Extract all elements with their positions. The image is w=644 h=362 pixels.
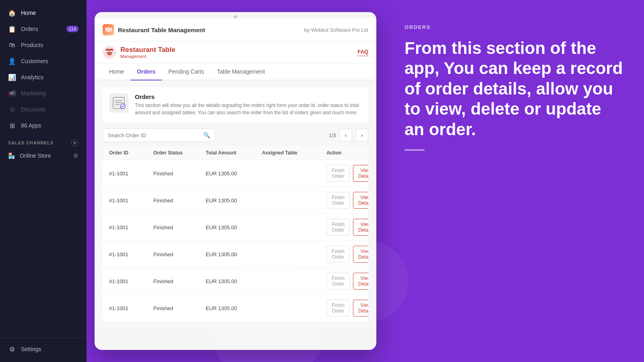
search-box[interactable]: 🔍 [103,128,215,142]
sidebar: 🏠 Home 📋 Orders 114 🛍 Products 👤 Custome… [0,0,87,362]
app-sub-header: Restaurant Table Management FAQ [95,41,376,64]
col-order-status: Order Status [153,150,206,156]
nav-table-management[interactable]: Table Management [211,64,271,80]
cell-amount: EUR 1305.00 [206,224,262,230]
settings-label: Settings [21,346,41,352]
cell-order-id: #1-1001 [109,197,153,204]
customers-icon: 👤 [8,57,16,65]
sales-channels-label: SALES CHANNELS [8,140,54,145]
sidebar-item-label: Discounts [21,106,45,113]
search-icon: 🔍 [203,132,210,138]
cell-action: Finish Order View Details › [326,219,368,236]
table-row: #1-1001 Finished EUR 1305.00 Finish Orde… [103,160,368,187]
sales-channels-section: SALES CHANNELS + [0,134,87,149]
finish-order-button[interactable]: Finish Order [326,192,350,209]
cell-status: Finished [153,278,206,284]
view-details-button[interactable]: View Details › [353,219,368,236]
cell-order-id: #1-1001 [109,305,153,311]
brand-name: Restaurant Table [120,46,175,54]
pagination-controls: 1/3 ‹ › [329,129,368,142]
card-header-left: 🍽 Restaurant Table Management [103,24,205,35]
sidebar-item-label: 86 Apps [21,122,41,129]
right-panel-title: From this section of the app, You can ke… [405,38,624,140]
cell-action: Finish Order View Details › [326,165,368,182]
sidebar-item-label: Home [21,10,36,16]
brand-icon [103,45,116,59]
app-nav: Home Orders Pending Carts Table Manageme… [95,64,376,80]
brand-sub: Management [120,54,175,59]
orders-section-title: Orders [135,93,362,100]
discounts-icon: ⊘ [8,105,16,113]
col-total-amount: Total Amount [206,150,262,156]
cell-status: Finished [153,224,206,230]
settings-icon: ⚙ [8,345,16,353]
table-row: #1-1001 Finished EUR 1305.00 Finish Orde… [103,214,368,241]
nav-pending-carts[interactable]: Pending Carts [162,64,211,80]
sidebar-item-home[interactable]: 🏠 Home [0,5,87,21]
main-area: 🍽 Restaurant Table Management by Webkul … [87,0,384,362]
nav-home[interactable]: Home [103,64,130,80]
sidebar-item-settings[interactable]: ⚙ Settings [0,341,87,357]
app-icon: 🍽 [103,24,114,35]
orders-icon: 📋 [8,25,16,33]
add-sales-channel-button[interactable]: + [71,139,78,146]
next-page-button[interactable]: › [355,129,368,142]
nav-orders[interactable]: Orders [130,64,162,80]
cell-order-id: #1-1001 [109,278,153,284]
app-brand: Restaurant Table Management [103,45,175,59]
orders-section-desc: This section will show you all the detai… [135,102,362,116]
search-row: 🔍 1/3 ‹ › [103,128,368,142]
cell-status: Finished [153,251,206,257]
col-action: Action [326,150,362,156]
sidebar-item-marketing[interactable]: 📢 Marketing [0,85,87,101]
marketing-icon: 📢 [8,89,16,97]
card-header-title: Restaurant Table Management [118,27,205,33]
cell-action: Finish Order View Details › [326,192,368,209]
view-details-button[interactable]: View Details › [353,192,368,209]
settings-section: ⚙ Settings [0,337,87,357]
cell-amount: EUR 1305.00 [206,197,262,204]
products-icon: 🛍 [8,41,16,49]
cell-status: Finished [153,197,206,204]
sidebar-item-online-store[interactable]: 🏪 Online Store ⚙ [0,149,87,162]
sidebar-item-label: Analytics [21,74,43,80]
table-header: Order ID Order Status Total Amount Assig… [103,146,368,160]
cell-status: Finished [153,305,206,311]
orders-badge: 114 [66,26,78,32]
sidebar-item-discounts[interactable]: ⊘ Discounts [0,101,87,117]
finish-order-button[interactable]: Finish Order [326,219,350,236]
card-dot [234,15,237,19]
cell-amount: EUR 1305.00 [206,251,262,257]
online-store-settings-icon[interactable]: ⚙ [73,152,78,159]
sidebar-item-label: Customers [21,58,48,64]
cell-order-id: #1-1001 [109,171,153,177]
table-row: #1-1001 Finished EUR 1305.00 Finish Orde… [103,187,368,214]
orders-text-section: Orders This section will show you all th… [135,93,362,116]
home-icon: 🏠 [8,9,16,17]
online-store-icon: 🏪 [8,152,15,159]
finish-order-button[interactable]: Finish Order [326,165,350,182]
orders-header-section: Orders This section will show you all th… [103,87,368,123]
online-store-label: Online Store [20,152,51,159]
sidebar-item-label: Marketing [21,90,45,97]
sidebar-item-apps[interactable]: ⊞ 86 Apps [0,117,87,134]
cell-status: Finished [153,171,206,177]
sidebar-item-orders[interactable]: 📋 Orders 114 [0,21,87,37]
cell-order-id: #1-1001 [109,224,153,230]
sidebar-item-label: Orders [21,26,38,32]
view-details-button[interactable]: View Details › [353,165,368,182]
cell-order-id: #1-1001 [109,251,153,257]
sidebar-item-products[interactable]: 🛍 Products [0,37,87,53]
table-row: #1-1001 Finished EUR 1305.00 Finish Orde… [103,241,368,268]
col-assigned-table: Assigned Table [262,150,326,156]
prev-page-button[interactable]: ‹ [339,129,352,142]
sidebar-item-analytics[interactable]: 📊 Analytics [0,69,87,85]
search-input[interactable] [108,132,200,138]
right-panel-divider [405,149,425,151]
analytics-icon: 📊 [8,73,16,81]
card-header: 🍽 Restaurant Table Management by Webkul … [95,19,376,41]
page-info: 1/3 [329,132,336,138]
card-header-by: by Webkul Software Pvt Ltd [304,27,368,33]
sidebar-item-customers[interactable]: 👤 Customers [0,53,87,69]
faq-button[interactable]: FAQ [357,49,368,56]
